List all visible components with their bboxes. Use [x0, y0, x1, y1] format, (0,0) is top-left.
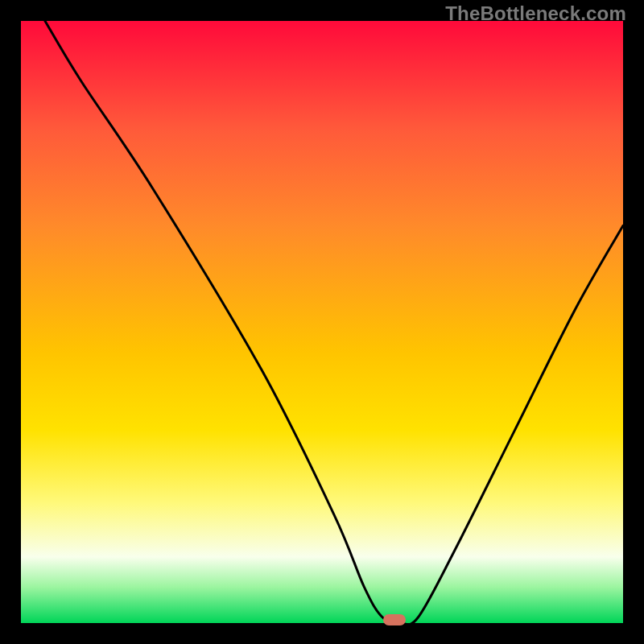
curve-path — [45, 21, 623, 625]
chart-stage: TheBottleneck.com — [0, 0, 644, 644]
optimal-point-marker — [383, 614, 406, 625]
plot-area — [21, 21, 623, 623]
bottleneck-curve — [21, 21, 623, 623]
